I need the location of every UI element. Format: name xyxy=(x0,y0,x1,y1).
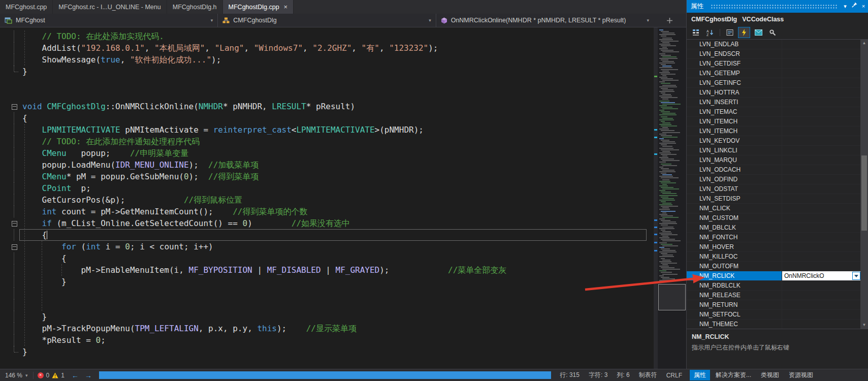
code-line[interactable]: CMenu popup; //申明菜单变量 xyxy=(0,147,654,159)
property-row[interactable]: NM_FONTCH xyxy=(687,233,860,242)
code-line[interactable]: GetCursorPos(&p); //得到鼠标位置 xyxy=(0,194,654,206)
property-row[interactable]: NM_OUTOFM xyxy=(687,262,860,271)
member-dropdown[interactable]: OnNMRClickOnline(NMHDR * pNMHDR, LRESULT… xyxy=(436,14,654,27)
property-row[interactable]: LVN_GETINFC xyxy=(687,78,860,88)
property-row[interactable]: NM_RCLICKOnNMRClickO xyxy=(687,271,860,281)
tool-tab[interactable]: 类视图 xyxy=(757,370,783,380)
categorized-icon[interactable] xyxy=(690,27,702,38)
property-row[interactable]: LVN_KEYDOV xyxy=(687,136,860,146)
property-row[interactable]: LVN_ENDSCR xyxy=(687,49,860,59)
property-row[interactable]: LVN_MARQU xyxy=(687,155,860,165)
tool-tab[interactable]: 属性 xyxy=(690,370,710,380)
minimap-viewport[interactable] xyxy=(658,284,686,310)
code-line[interactable]: void CMFCghostDlg::OnNMRClickOnline(NMHD… xyxy=(0,101,654,112)
property-row[interactable]: LVN_ITEMCH xyxy=(687,117,860,126)
document-tab[interactable]: MFCghostDlg.h xyxy=(167,0,223,14)
property-row[interactable]: LVN_ODSTAT xyxy=(687,184,860,194)
property-row[interactable]: LVN_GETDISF xyxy=(687,59,860,69)
document-tab[interactable]: MFCghost.rc - I...U_ONLINE - Menu xyxy=(53,0,167,14)
property-row[interactable]: NM_THEMEC xyxy=(687,320,860,329)
code-line[interactable]: } xyxy=(0,66,654,77)
overrides-icon[interactable] xyxy=(766,27,779,38)
document-tab[interactable]: MFCghostDlg.cpp× xyxy=(223,0,294,14)
properties-icon[interactable] xyxy=(724,27,736,38)
property-row[interactable]: LVN_ENDLAB xyxy=(687,40,860,49)
property-row[interactable]: LVN_ODFIND xyxy=(687,175,860,184)
code-line[interactable]: pM->TrackPopupMenu(TPM_LEFTALIGN, p.x, p… xyxy=(0,323,654,334)
zoom-select[interactable]: 146 % ▾ xyxy=(0,372,33,379)
property-row[interactable]: LVN_GETEMP xyxy=(687,69,860,78)
code-line[interactable]: CPoint p; xyxy=(0,182,654,194)
scrollbar-thumb[interactable] xyxy=(861,155,867,231)
messages-icon[interactable] xyxy=(752,27,764,38)
property-row[interactable]: NM_SETFOCL xyxy=(687,310,860,320)
prev-issue-icon[interactable]: ← xyxy=(69,371,82,379)
project-dropdown[interactable]: MFCghost ▾ xyxy=(0,14,218,27)
tool-tab[interactable]: 资源视图 xyxy=(785,370,817,380)
code-line[interactable] xyxy=(0,77,654,89)
property-row[interactable]: NM_RELEASE xyxy=(687,291,860,300)
code-line[interactable]: CMenu* pM = popup.GetSubMenu(0); //得到菜单项 xyxy=(0,171,654,182)
code-line[interactable]: LPNMITEMACTIVATE pNMItemActivate = reint… xyxy=(0,124,654,136)
minimap-scrollbar[interactable] xyxy=(658,27,686,369)
split-window-icon[interactable] xyxy=(654,14,686,27)
pin-icon[interactable] xyxy=(850,0,859,13)
class-dropdown[interactable]: CMFCghostDlg ▾ xyxy=(218,14,436,27)
code-line[interactable] xyxy=(0,89,654,101)
code-line[interactable]: if (m_CList_Online.GetSelectedCount() ==… xyxy=(0,217,654,229)
events-icon[interactable] xyxy=(738,27,750,38)
property-row[interactable]: NM_RETURN xyxy=(687,300,860,310)
property-row[interactable]: LVN_ITEMCH xyxy=(687,126,860,136)
code-line[interactable]: popup.LoadMenu(IDR_MENU_ONLINE); //加载菜单项 xyxy=(0,159,654,171)
scrollbar-thumb[interactable] xyxy=(99,371,551,379)
property-row[interactable]: LVN_HOTTRA xyxy=(687,88,860,98)
document-tab[interactable]: MFCghost.cpp xyxy=(0,0,53,14)
code-line[interactable]: int count = pM->GetMenuItemCount(); //得到… xyxy=(0,206,654,217)
outline-collapse-icon[interactable] xyxy=(12,244,17,250)
property-row[interactable]: NM_KILLFOC xyxy=(687,252,860,262)
vertical-scrollbar[interactable]: ▲ ▼ xyxy=(860,40,868,329)
code-line[interactable]: AddList("192.168.0.1", "本机局域网", "Lang", … xyxy=(0,42,654,54)
property-row[interactable]: NM_CLICK xyxy=(687,204,860,213)
code-line[interactable]: { xyxy=(0,112,654,124)
code-editor[interactable]: // TODO: 在此处添加实现代码. AddList("192.168.0.1… xyxy=(0,27,654,369)
code-line[interactable]: // TODO: 在此添加控件通知处理程序代码 xyxy=(0,136,654,147)
property-row[interactable]: LVN_SETDISP xyxy=(687,194,860,204)
close-icon[interactable]: × xyxy=(859,0,868,13)
panel-title-bar[interactable]: 属性 ▾ × xyxy=(687,0,868,13)
property-value[interactable]: OnNMRClickO xyxy=(782,271,860,280)
code-line[interactable]: } xyxy=(0,346,654,358)
code-line[interactable]: ShowMessage(true, "软件初始化成功..."); xyxy=(0,54,654,66)
property-row[interactable]: NM_HOVER xyxy=(687,242,860,252)
sort-alphabetical-icon[interactable]: AZ xyxy=(704,27,716,38)
code-line[interactable]: { xyxy=(0,252,654,264)
property-row[interactable]: LVN_LINKCLI xyxy=(687,146,860,155)
property-row[interactable]: LVN_ODCACH xyxy=(687,165,860,175)
code-line[interactable] xyxy=(0,288,654,299)
scroll-down-icon[interactable]: ▼ xyxy=(860,322,868,329)
next-issue-icon[interactable]: → xyxy=(82,371,95,379)
code-line[interactable]: } xyxy=(0,276,654,288)
code-line[interactable]: // TODO: 在此处添加实现代码. xyxy=(0,30,654,42)
property-row[interactable]: NM_CUSTOM xyxy=(687,213,860,223)
tool-tab[interactable]: 解决方案资... xyxy=(712,370,755,380)
document-health[interactable]: × 0 1 xyxy=(34,372,69,379)
property-row[interactable]: LVN_ITEMAC xyxy=(687,107,860,117)
combo-dropdown-icon[interactable] xyxy=(852,272,860,280)
code-line[interactable]: *pResult = 0; xyxy=(0,334,654,346)
property-row[interactable]: NM_DBLCLK xyxy=(687,223,860,233)
property-row[interactable]: NM_RDBLCLK xyxy=(687,281,860,291)
tab-close-icon[interactable]: × xyxy=(284,4,288,10)
code-line[interactable]: for (int i = 0; i < count; i++) xyxy=(0,241,654,252)
code-line[interactable]: { xyxy=(0,229,654,241)
code-line[interactable] xyxy=(0,299,654,311)
property-row[interactable]: LVN_INSERTI xyxy=(687,98,860,107)
code-line[interactable]: pM->EnableMenuItem(i, MF_BYPOSITION | MF… xyxy=(0,264,654,276)
outline-collapse-icon[interactable] xyxy=(12,221,17,227)
scroll-up-icon[interactable]: ▲ xyxy=(860,40,868,47)
horizontal-scrollbar[interactable] xyxy=(98,369,552,381)
code-line[interactable]: } xyxy=(0,311,654,323)
window-position-icon[interactable]: ▾ xyxy=(841,0,850,13)
outline-collapse-icon[interactable] xyxy=(12,104,17,110)
object-selector[interactable]: CMFCghostDlg VCCodeClass xyxy=(687,13,868,26)
